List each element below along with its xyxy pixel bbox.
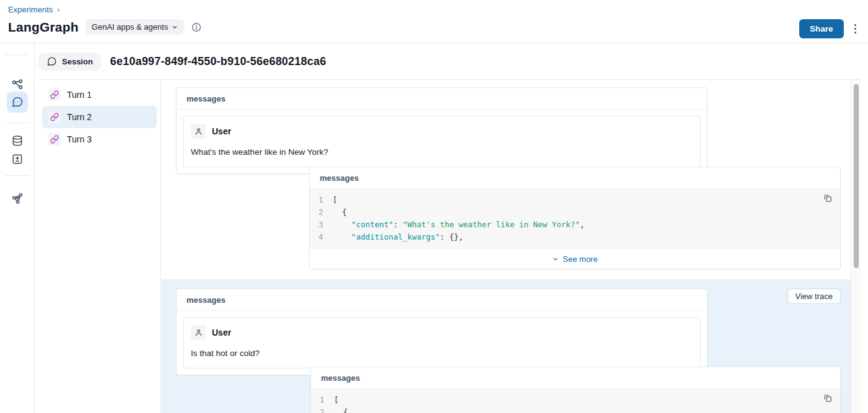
turn-label: Turn 1 (67, 90, 92, 100)
card-header: messages (310, 167, 840, 189)
turn-list-item-2[interactable]: Turn 2 (42, 106, 157, 128)
message-bubble: User Is that hot or cold? (183, 317, 701, 368)
role-row: User (191, 124, 693, 139)
link-icon (48, 111, 61, 123)
role-row: User (191, 325, 693, 340)
info-icon[interactable] (191, 22, 201, 32)
icon-rail (0, 43, 35, 413)
link-icon (48, 89, 61, 101)
message-text: What's the weather like in New York? (191, 147, 693, 157)
speech-bubble-icon (46, 56, 57, 67)
breadcrumb-experiments-link[interactable]: Experiments (8, 5, 53, 14)
see-more-button[interactable]: See more (310, 250, 840, 269)
link-icon (48, 133, 61, 146)
conversation-icon[interactable] (7, 92, 28, 113)
rail-divider (5, 123, 29, 123)
app-window: Experiments › LangGraph GenAI apps & age… (0, 0, 868, 413)
rail-divider (5, 54, 29, 55)
session-badge-label: Session (62, 57, 93, 66)
turn1-input-card: messages User What's the weather like in… (176, 87, 708, 174)
user-icon (191, 325, 206, 340)
card-header: messages (311, 367, 840, 389)
card-header: messages (177, 88, 707, 110)
role-name: User (212, 328, 231, 337)
breadcrumb: Experiments › (8, 5, 60, 14)
session-content: Turn 1 Turn 2 Turn 3 (38, 79, 861, 413)
category-badge[interactable]: GenAI apps & agents (85, 19, 185, 35)
workspace: Session 6e10a997-849f-4550-b910-56e68021… (35, 43, 868, 413)
turn2-section: View trace messages User Is that hot or … (162, 279, 851, 413)
turn-list-item-1[interactable]: Turn 1 (42, 84, 157, 106)
turn1-section: messages User What's the weather like in… (162, 80, 851, 279)
diff-icon[interactable] (7, 149, 28, 170)
card-header: messages (177, 289, 707, 311)
turn2-input-card: messages User Is that hot or cold? (176, 289, 708, 375)
page-title: LangGraph (8, 20, 79, 35)
message-text: Is that hot or cold? (191, 349, 693, 358)
turn2-output-card: messages 1[2 { (310, 367, 841, 413)
title-row: LangGraph GenAI apps & agents (8, 19, 201, 35)
chevron-down-icon (552, 256, 559, 263)
share-button[interactable]: Share (799, 19, 844, 38)
code-block: 1[2 { (311, 389, 840, 413)
category-badge-label: GenAI apps & agents (92, 22, 169, 32)
page-header: Experiments › LangGraph GenAI apps & age… (0, 0, 868, 43)
turn1-output-card: messages 1[2 {3 "content": "What's the w… (309, 167, 841, 269)
user-icon (191, 124, 206, 139)
view-trace-button[interactable]: View trace (787, 289, 841, 304)
rail-divider (5, 175, 29, 176)
session-header: Session 6e10a997-849f-4550-b910-56e68021… (38, 53, 326, 71)
code-line: 3 "content": "What's the weather like in… (310, 219, 840, 231)
see-more-label: See more (563, 254, 597, 264)
graph-icon[interactable] (7, 188, 28, 209)
turn-list-item-3[interactable]: Turn 3 (42, 128, 157, 150)
code-line: 1[ (311, 394, 840, 406)
session-id: 6e10a997-849f-4550-b910-56e680218ca6 (110, 55, 327, 68)
turn-list: Turn 1 Turn 2 Turn 3 (38, 80, 161, 413)
code-line: 2 { (311, 406, 840, 413)
role-name: User (212, 126, 231, 136)
code-line: 2 { (310, 206, 840, 219)
turn-label: Turn 2 (67, 112, 92, 122)
message-bubble: User What's the weather like in New York… (183, 116, 701, 167)
messages-area: messages User What's the weather like in… (162, 80, 851, 413)
header-actions: Share (799, 19, 859, 38)
more-options-icon[interactable] (851, 22, 860, 37)
session-badge: Session (38, 53, 101, 71)
copy-icon[interactable] (823, 193, 833, 203)
code-line: 1[ (310, 194, 840, 206)
scrollbar-thumb[interactable] (854, 84, 859, 268)
code-block: 1[2 {3 "content": "What's the weather li… (310, 189, 840, 250)
copy-icon[interactable] (823, 393, 833, 403)
chevron-down-icon (172, 24, 178, 30)
code-line: 4 "additional_kwargs": {}, (310, 231, 840, 243)
turn-label: Turn 3 (67, 134, 92, 144)
breadcrumb-chevron-icon: › (57, 5, 59, 14)
vertical-scrollbar[interactable] (851, 80, 861, 413)
